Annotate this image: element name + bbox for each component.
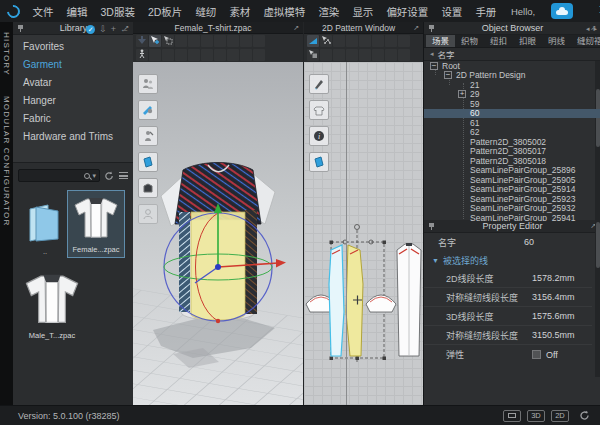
toolbar-slot[interactable] [385,35,397,47]
show-2d-pattern-icon[interactable] [309,152,329,172]
select-move-icon[interactable] [149,35,161,47]
layout-view-button[interactable] [503,410,521,422]
show-garment-thumbnail-icon[interactable] [309,100,329,120]
toolbar-slot[interactable] [346,49,358,61]
tree-column-header[interactable]: ◂ 名字 [424,48,600,61]
property-name-value[interactable]: 60 [524,237,534,247]
menu-item[interactable]: 2D板片 [141,4,188,19]
tree-row[interactable]: 21 [424,80,600,90]
toolbar-slot[interactable] [214,35,226,47]
toolbar-slot[interactable] [240,49,252,61]
toolbar-slot[interactable] [162,49,174,61]
tree-expander-icon[interactable]: + [458,90,466,98]
property-value[interactable]: 3150.5mm [532,330,575,340]
tree-row[interactable]: SeamLinePairGroup_25905 [424,175,600,185]
toolbar-slot[interactable] [201,35,213,47]
library-nav-item[interactable]: Garment [13,55,133,73]
library-nav-item[interactable]: Favorites [13,37,133,55]
toolbar-slot[interactable] [359,35,371,47]
back-icon[interactable]: ← [120,25,129,34]
list-view-icon[interactable] [119,172,128,179]
toolbar-slot[interactable] [175,35,187,47]
tree-row[interactable]: SeamLinePairGroup_25896 [424,166,600,176]
toolbar-slot[interactable] [346,35,358,47]
show-avatar-pose-icon[interactable] [138,126,158,146]
toolbar-slot[interactable] [227,49,239,61]
popout-icon[interactable]: ↗ [293,24,299,32]
rectangle-select-icon[interactable] [162,35,174,47]
search-filter-caret-icon[interactable]: ▾ [92,172,96,180]
reset-layout-icon[interactable] [579,410,590,421]
toolbar-slot[interactable] [385,49,397,61]
library-nav-item[interactable]: Avatar [13,73,133,91]
menu-item[interactable]: 设置 [435,4,469,19]
show-3d-pattern-icon[interactable] [138,152,158,172]
property-value[interactable]: 1578.2mm [532,273,575,283]
tree-row[interactable]: SeamLinePairGroup_25914 [424,185,600,195]
object-browser-tab[interactable]: 缝纫褶皱 [571,35,600,47]
section-collapse-icon[interactable]: ▼ [432,257,439,264]
property-scrollbar-thumb[interactable] [596,222,600,268]
tree-row[interactable]: Pattern2D_3805002 [424,137,600,147]
edit-pattern-icon[interactable] [320,35,332,47]
tree-row[interactable]: 59 [424,99,600,109]
tree-row[interactable]: 62 [424,128,600,138]
menu-item[interactable]: 素材 [223,4,257,19]
pattern-info-icon[interactable]: i [309,126,329,146]
property-value[interactable]: 3156.4mm [532,292,575,302]
toolbar-slot[interactable] [240,35,252,47]
toolbar-slot[interactable] [333,49,345,61]
show-garment-icon[interactable] [138,178,158,198]
add-icon[interactable]: + [111,25,116,34]
toolbar-slot[interactable] [398,49,410,61]
toolbar-slot[interactable] [253,35,265,47]
object-browser-tab[interactable]: 扣眼 [513,35,542,47]
tree-row[interactable]: − Root [424,61,600,71]
toolbar-slot[interactable] [398,35,410,47]
toolbar-slot[interactable] [253,49,265,61]
download-icon[interactable]: ⇩ [99,25,107,34]
viewport-2d-tab[interactable]: 2D Pattern Window [304,23,413,33]
tree-row[interactable]: + 29 [424,90,600,100]
menu-item[interactable]: 3D服装 [94,4,141,19]
toolbar-slot[interactable] [214,49,226,61]
thumbnail-male-tshirt[interactable]: Male_T...zpac [21,271,83,340]
show-avatar-head-icon[interactable] [138,204,158,224]
tree-row[interactable]: − 2D Pattern Design [424,71,600,81]
pin-icon[interactable] [428,223,435,230]
menu-item[interactable]: 编辑 [60,4,94,19]
menu-item[interactable]: 渲染 [312,4,346,19]
toolbar-slot[interactable] [175,49,187,61]
pin-icon[interactable] [17,25,24,32]
transform-pattern-icon[interactable] [307,35,319,47]
library-nav-item[interactable]: Hardware and Trims [13,127,133,145]
parent-folder-tile[interactable]: .. [23,203,67,256]
tree-expander-icon[interactable]: − [444,71,452,79]
elastic-checkbox[interactable] [532,350,541,359]
tree-expander-icon[interactable]: − [430,62,438,70]
property-scrollbar[interactable] [595,220,600,377]
toolbar-slot[interactable] [372,35,384,47]
tree-row[interactable]: Pattern2D_3805017 [424,147,600,157]
simulation-button[interactable]: SIMULATION ▾ [589,6,600,17]
pen-tool-icon[interactable] [309,74,329,94]
tree-row[interactable]: SeamLinePairGroup_25932 [424,204,600,214]
menu-item[interactable]: 缝纫 [189,4,223,19]
tab-scroll-arrows-icon[interactable]: ◂ ▸ [586,25,598,33]
thumbnail-female-tshirt[interactable]: Female...zpac [68,191,124,257]
pin-icon[interactable] [428,25,435,32]
cloud-icon[interactable] [551,3,573,19]
toolbar-slot[interactable] [149,49,161,61]
tree-row[interactable]: 60 [424,109,600,119]
viewport-3d-canvas[interactable] [133,62,303,405]
menu-item[interactable]: 文件 [26,4,60,19]
toolbar-slot[interactable] [359,49,371,61]
toolbar-slot[interactable] [188,49,200,61]
show-avatar-style-icon[interactable] [138,100,158,120]
simulate-icon[interactable] [136,35,148,47]
tree-row[interactable]: 61 [424,118,600,128]
toolbar-slot[interactable] [201,49,213,61]
viewport-2d-canvas[interactable]: i [304,62,423,405]
property-value[interactable]: 1575.6mm [532,311,575,321]
history-tab[interactable]: HISTORY [2,22,11,86]
